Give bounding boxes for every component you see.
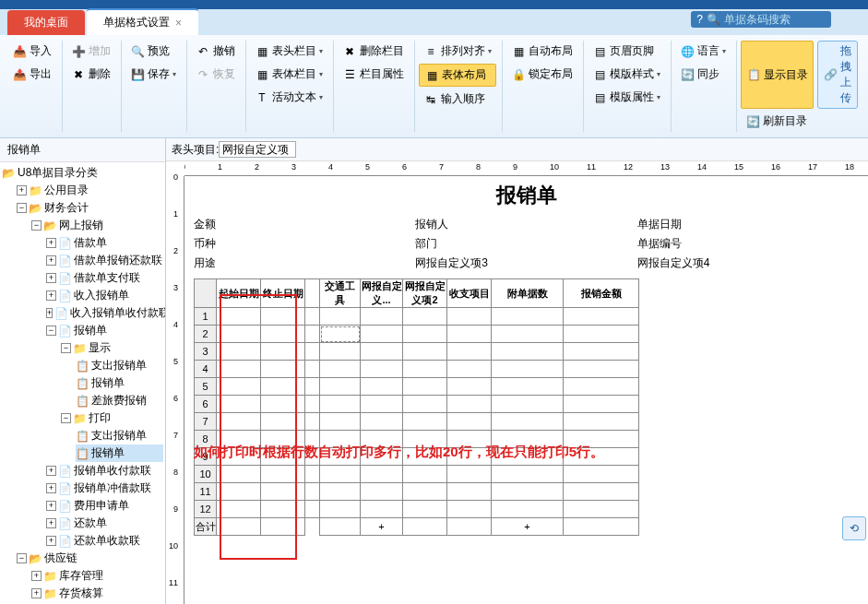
tab-form-settings[interactable]: 单据格式设置 × — [87, 8, 198, 35]
align-button[interactable]: ≡排列对齐▾ — [419, 41, 496, 62]
tree-node[interactable]: +📁公用目录 — [17, 182, 163, 199]
help-icon[interactable]: ? — [696, 13, 703, 26]
search-bar[interactable]: ? 🔍 — [691, 11, 831, 28]
grid-row[interactable]: 10 — [195, 466, 639, 483]
field-amount[interactable]: 金额 — [194, 217, 415, 232]
tpl-prop-button[interactable]: ▤模版属性▾ — [588, 87, 665, 108]
link-icon: 🔗 — [824, 68, 838, 81]
tree-leaf[interactable]: 📋差旅费报销 — [76, 392, 163, 409]
tree-leaf-selected[interactable]: 📋报销单 — [76, 444, 163, 462]
tree-node[interactable]: +📄费用申请单 — [46, 497, 163, 515]
show-toc-button[interactable]: 📋显示目录 — [741, 41, 814, 109]
tree-leaf[interactable]: 📋报销单 — [76, 374, 163, 392]
grid-row[interactable]: 2 — [195, 326, 639, 343]
delete-button[interactable]: ✖删除 — [66, 64, 115, 85]
teamviewer-icon[interactable]: ⟲ — [842, 516, 866, 540]
tree-leaf[interactable]: 📋支出报销单 — [76, 357, 163, 374]
refresh-toc-button[interactable]: 🔄刷新目录 — [741, 111, 858, 132]
field-custom3[interactable]: 网报自定义项3 — [415, 255, 636, 271]
grid-row[interactable]: 7 — [195, 413, 639, 431]
tree-node[interactable]: +📄收入报销单 — [46, 287, 163, 304]
col-transport[interactable]: 交通工具 — [320, 279, 361, 308]
tree-node[interactable]: +📄借款单支付联 — [46, 269, 163, 287]
field-custom4[interactable]: 网报自定义项4 — [637, 255, 859, 271]
body-cols-button[interactable]: ▦表体栏目▾ — [250, 64, 327, 85]
field-currency[interactable]: 币种 — [194, 236, 415, 252]
grid-row[interactable]: 11 — [195, 483, 639, 501]
tree-node[interactable]: −📄报销单 — [46, 322, 163, 339]
tree-node[interactable]: −📁显示 — [61, 339, 163, 357]
add-button[interactable]: ➕增加 — [66, 41, 115, 62]
head-field[interactable] — [219, 141, 296, 158]
tree-node[interactable]: +📄收入报销单收付款联 — [46, 304, 163, 322]
grid-row[interactable]: 6 — [195, 396, 639, 413]
tree-node[interactable]: +📄还款单收款联 — [46, 532, 163, 550]
tree[interactable]: 📂U8单据目录分类 +📁公用目录 −📂财务会计 −📂网上报销 +📄借款单 +📄借… — [0, 162, 165, 604]
tree-node[interactable]: +📄借款单 — [46, 234, 163, 252]
active-text-button[interactable]: T活动文本▾ — [250, 87, 327, 108]
search-input[interactable] — [724, 13, 826, 26]
col-attach[interactable]: 附单据数 — [492, 279, 564, 308]
import-button[interactable]: 📥导入 — [7, 41, 56, 62]
col-item[interactable]: 收支项目 — [447, 279, 492, 308]
grid-row[interactable]: 12 — [195, 501, 639, 518]
search-icon: 🔍 — [707, 13, 720, 26]
lock-layout-button[interactable]: 🔒锁定布局 — [506, 64, 577, 85]
input-order-button[interactable]: ↹输入顺序 — [419, 89, 496, 110]
tree-node[interactable]: −📂财务会计 — [17, 199, 163, 217]
ruler-vertical: 012345678910111213 — [166, 176, 184, 604]
workspace: 报销单 📂U8单据目录分类 +📁公用目录 −📂财务会计 −📂网上报销 +📄借款单… — [0, 138, 868, 604]
tree-node[interactable]: +📁存货核算 — [31, 585, 163, 602]
field-date[interactable]: 单据日期 — [637, 217, 859, 232]
auto-layout-button[interactable]: ▦自动布局 — [506, 41, 577, 62]
grid-header: 起始日期 终止日期 交通工具 网报自定义... 网报自定义项2 收支项目 附单据… — [195, 279, 639, 308]
field-dept[interactable]: 部门 — [415, 236, 636, 252]
grid-row[interactable]: 3 — [195, 343, 639, 361]
head-cols-button[interactable]: ▦表头栏目▾ — [250, 41, 327, 62]
tree-node[interactable]: −📂网上报销 — [31, 217, 163, 234]
tree-node[interactable]: +📄还款单 — [46, 515, 163, 532]
drag-upload-chip[interactable]: 🔗拖拽上传 — [817, 41, 858, 109]
tree-node[interactable]: +📄报销单收付款联 — [46, 462, 163, 480]
lang-button[interactable]: 🌐语言▾ — [675, 41, 731, 62]
col-custom2[interactable]: 网报自定义项2 — [403, 279, 447, 308]
sync-button[interactable]: 🔄同步 — [675, 64, 731, 85]
field-docno[interactable]: 单据编号 — [637, 236, 859, 252]
sidebar: 报销单 📂U8单据目录分类 +📁公用目录 −📂财务会计 −📂网上报销 +📄借款单… — [0, 138, 166, 604]
field-person[interactable]: 报销人 — [415, 217, 636, 232]
tree-leaf[interactable]: 📋支出报销单 — [76, 427, 163, 444]
tree-node[interactable]: +📁库存管理 — [31, 567, 163, 585]
grid-row[interactable]: 4 — [195, 361, 639, 378]
head-label: 表头项目: — [172, 142, 219, 158]
tree-node[interactable]: +📄报销单冲借款联 — [46, 480, 163, 497]
save-button[interactable]: 💾保存▾ — [125, 64, 181, 85]
col-end-date[interactable]: 终止日期 — [261, 279, 305, 308]
undo-button[interactable]: ↶撤销 — [191, 41, 240, 62]
header-footer-button[interactable]: ▤页眉页脚 — [588, 41, 665, 62]
del-col-button[interactable]: ✖删除栏目 — [338, 41, 409, 62]
canvas[interactable]: 01234567891011121314151617181920 0123456… — [166, 161, 868, 604]
col-custom1[interactable]: 网报自定义... — [361, 279, 403, 308]
tree-node[interactable]: −📂供应链 — [17, 550, 163, 567]
annotation-text: 如何打印时根据行数自动打印多行，比如20行，现在只能打印5行。 — [194, 444, 604, 461]
data-grid[interactable]: 起始日期 终止日期 交通工具 网报自定义... 网报自定义项2 收支项目 附单据… — [194, 278, 639, 536]
form-row: 币种 部门 单据编号 — [184, 234, 868, 254]
col-start-date[interactable]: 起始日期 — [217, 279, 261, 308]
tree-node[interactable]: +📄借款单报销还款联 — [46, 252, 163, 269]
body-layout-button[interactable]: ▦表体布局 — [419, 64, 496, 87]
redo-button[interactable]: ↷恢复 — [191, 64, 240, 85]
tree-node[interactable]: −📁打印 — [61, 409, 163, 427]
col-amount[interactable]: 报销金额 — [564, 279, 639, 308]
grid-row[interactable]: 5 — [195, 378, 639, 396]
grid-row[interactable]: 1 — [195, 308, 639, 326]
field-purpose[interactable]: 用途 — [194, 255, 415, 271]
close-icon[interactable]: × — [175, 17, 182, 30]
col-prop-button[interactable]: ☰栏目属性 — [338, 64, 409, 85]
export-button[interactable]: 📤导出 — [7, 64, 56, 85]
preview-button[interactable]: 🔍预览 — [125, 41, 181, 62]
tree-root[interactable]: 📂U8单据目录分类 — [2, 164, 163, 182]
tab-desktop[interactable]: 我的桌面 — [7, 10, 85, 35]
tpl-style-button[interactable]: ▤模版样式▾ — [588, 64, 665, 85]
page[interactable]: 报销单 金额 报销人 单据日期 币种 部门 单据编号 用途 网报自定义项3 网报… — [184, 176, 868, 604]
form-row: 用途 网报自定义项3 网报自定义项4 — [184, 254, 868, 273]
